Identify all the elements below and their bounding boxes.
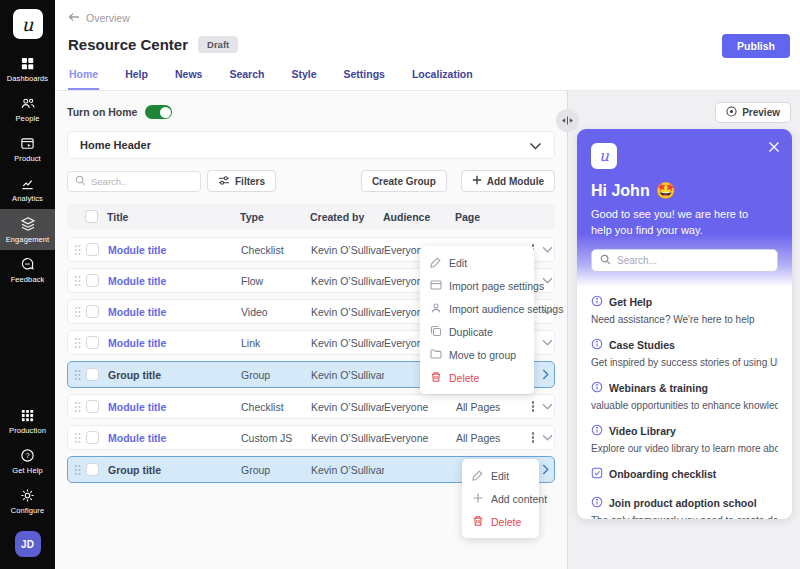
row-checkbox[interactable] [86, 336, 99, 349]
checklist-icon [591, 465, 603, 483]
row-checkbox[interactable] [86, 431, 99, 444]
tab-help[interactable]: Help [124, 62, 149, 90]
table-header: Title Type Created by Audience Page [67, 204, 555, 229]
widget-item-adoption-school[interactable]: Join product adoption school The only fr… [591, 494, 778, 519]
tab-style[interactable]: Style [290, 62, 317, 90]
column-created-by: Created by [310, 211, 383, 223]
widget-search-input[interactable] [617, 255, 769, 266]
widget-search[interactable] [591, 249, 778, 272]
filters-button[interactable]: Filters [207, 170, 276, 192]
module-title-link[interactable]: Module title [108, 306, 241, 318]
widget-item-get-help[interactable]: Get Help Need assistance? We're here to … [591, 293, 778, 325]
table-row[interactable]: Module title Custom JS Kevin O’Sullivan … [67, 425, 555, 450]
home-toggle[interactable] [145, 105, 172, 119]
drag-handle-icon[interactable] [74, 244, 86, 256]
chevron-right-icon[interactable] [542, 464, 553, 475]
widget-item-case-studies[interactable]: Case Studies Get inspired by success sto… [591, 336, 778, 368]
row-checkbox[interactable] [86, 400, 99, 413]
tab-settings[interactable]: Settings [343, 62, 386, 90]
menu-item-move-to-group[interactable]: Move to group [420, 343, 534, 366]
widget-item-onboarding-checklist[interactable]: Onboarding checklist [591, 465, 778, 483]
type-cell: Group [241, 369, 311, 381]
menu-item-add-content[interactable]: Add content [462, 487, 539, 510]
module-title-link[interactable]: Module title [108, 432, 241, 444]
menu-item-import-page-settings[interactable]: Import page settings [420, 274, 534, 297]
pane-resize-handle[interactable] [556, 109, 579, 132]
table-row[interactable]: Module title Checklist Kevin O’Sullivan … [67, 394, 555, 419]
greeting-text: Hi John [591, 182, 650, 200]
row-actions-kebab[interactable] [526, 429, 540, 446]
trash-icon [430, 371, 442, 385]
widget-subtitle: Good to see you! we are here to help you… [591, 207, 771, 239]
menu-item-edit[interactable]: Edit [462, 464, 539, 487]
select-all-checkbox[interactable] [85, 210, 98, 223]
tab-news[interactable]: News [174, 62, 203, 90]
sidebar-item-product[interactable]: Product [0, 129, 55, 169]
add-module-label: Add Module [487, 176, 544, 187]
close-icon[interactable] [768, 141, 780, 153]
tab-localization[interactable]: Localization [411, 62, 474, 90]
tab-search[interactable]: Search [228, 62, 265, 90]
menu-item-duplicate[interactable]: Duplicate [420, 320, 534, 343]
type-cell: Video [241, 306, 311, 318]
sidebar-item-analytics[interactable]: Analytics [0, 169, 55, 209]
module-title-link[interactable]: Module title [108, 401, 241, 413]
sidebar-item-people[interactable]: People [0, 89, 55, 129]
dashboards-icon [20, 56, 35, 71]
chevron-down-icon[interactable] [542, 277, 557, 284]
sidebar-item-configure[interactable]: Configure [0, 481, 55, 521]
resize-arrows-icon [561, 116, 574, 125]
search-input[interactable] [91, 176, 193, 187]
column-audience: Audience [383, 211, 455, 223]
row-actions-kebab[interactable] [526, 398, 540, 415]
back-to-overview[interactable]: Overview [68, 12, 130, 24]
row-checkbox[interactable] [86, 463, 99, 476]
chevron-down-icon[interactable] [542, 339, 557, 346]
drag-handle-icon[interactable] [74, 337, 86, 349]
drag-handle-icon[interactable] [74, 464, 86, 476]
publish-button[interactable]: Publish [722, 34, 790, 58]
widget-item-webinars[interactable]: Webinars & training valuable opportuniti… [591, 379, 778, 411]
info-icon [591, 379, 603, 397]
drag-handle-icon[interactable] [74, 401, 86, 413]
drag-handle-icon[interactable] [74, 275, 86, 287]
widget-item-video-library[interactable]: Video Library Explore our video library … [591, 422, 778, 454]
row-checkbox[interactable] [86, 305, 99, 318]
module-title-link[interactable]: Module title [108, 275, 241, 287]
tab-home[interactable]: Home [68, 62, 99, 90]
module-title-link[interactable]: Module title [108, 337, 241, 349]
sidebar-item-get-help[interactable]: ? Get Help [0, 441, 55, 481]
row-checkbox[interactable] [86, 274, 99, 287]
menu-item-delete[interactable]: Delete [462, 510, 539, 533]
plus-icon [472, 492, 484, 506]
drag-handle-icon[interactable] [74, 306, 86, 318]
userpilot-logo[interactable]: u [13, 9, 43, 39]
chevron-down-icon[interactable] [542, 434, 557, 441]
sidebar-item-feedback[interactable]: Feedback [0, 250, 55, 290]
module-title-link[interactable]: Module title [108, 244, 241, 256]
drag-handle-icon[interactable] [74, 369, 86, 381]
user-avatar[interactable]: JD [15, 531, 41, 557]
toggle-knob [160, 107, 171, 118]
sidebar-item-engagement[interactable]: Engagement [0, 209, 55, 250]
audience-settings-icon [430, 302, 442, 316]
drag-handle-icon[interactable] [74, 432, 86, 444]
chevron-down-icon[interactable] [542, 403, 557, 410]
type-cell: Group [241, 464, 311, 476]
row-checkbox[interactable] [86, 243, 99, 256]
chevron-right-icon[interactable] [542, 369, 553, 380]
chevron-down-icon[interactable] [542, 246, 557, 253]
add-module-button[interactable]: Add Module [461, 170, 555, 192]
sidebar-item-dashboards[interactable]: Dashboards [0, 49, 55, 89]
sidebar-item-production[interactable]: Production [0, 401, 55, 441]
menu-item-edit[interactable]: Edit [420, 251, 534, 274]
menu-item-import-audience-settings[interactable]: Import audience settings [420, 297, 534, 320]
menu-label: Move to group [449, 349, 516, 361]
chevron-down-icon[interactable] [529, 136, 542, 154]
preview-button[interactable]: Preview [715, 102, 791, 123]
menu-item-delete[interactable]: Delete [420, 366, 534, 389]
row-checkbox[interactable] [86, 368, 99, 381]
create-group-button[interactable]: Create Group [361, 170, 447, 192]
home-header-section[interactable]: Home Header [67, 131, 555, 159]
module-search[interactable] [67, 171, 201, 192]
